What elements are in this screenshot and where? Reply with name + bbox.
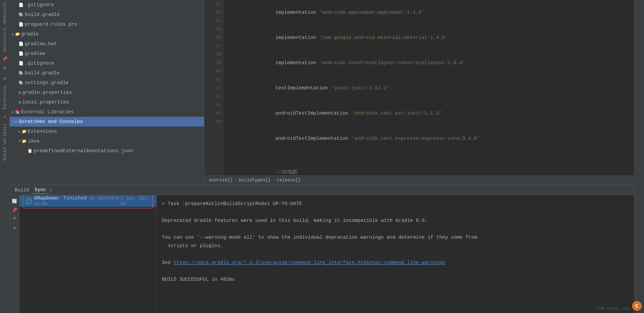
gradle-icon: 🐘 <box>18 70 24 76</box>
output-line-7 <box>162 250 629 258</box>
bottom-content: 🔄 📌 👁 ⊞ ✓ AMapDemo: finished At 2022/8/6 <box>10 195 634 313</box>
arrow-icon: ▶ <box>18 129 21 134</box>
top-section: 📄 .gitignore 🐘 build.gradle 📄 proguard-r… <box>10 0 634 185</box>
star-icon[interactable]: ★ <box>1 112 9 120</box>
arrow-icon: ▶ <box>12 32 14 36</box>
modules-icon[interactable]: ⊞ <box>1 74 9 82</box>
build-variants-label[interactable]: Build Variants <box>1 121 8 163</box>
right-strip <box>634 0 644 313</box>
tree-item-label: Scratches and Consoles <box>18 119 83 124</box>
output-line-4 <box>162 225 629 233</box>
gradle-icon: 🐘 <box>18 12 24 17</box>
code-editor[interactable]: implementation 'androidx.appcompat:appco… <box>224 0 634 176</box>
tab-sync[interactable]: Sync <box>32 186 49 194</box>
build-item-highlighted: ✓ AMapDemo: finished At 2022/8/6 10:58 1… <box>23 195 153 208</box>
build-list-item[interactable]: ✓ AMapDemo: finished At 2022/8/6 10:58 1… <box>20 195 156 207</box>
file-icon: 📄 <box>18 61 24 66</box>
tree-item-buildgradle2[interactable]: 🐘 build.gradle <box>10 68 204 78</box>
tree-item-label: Extensions <box>28 129 57 134</box>
props-icon: ⚙ <box>18 100 21 105</box>
tab-build[interactable]: Build <box>12 186 32 194</box>
tree-item-buildgradle1[interactable]: 🐘 build.gradle <box>10 10 204 20</box>
code-line-35: testImplementation 'junit:junit:4.13.2' <box>229 76 630 101</box>
left-strip: Resource Structure 📌 👁 ⊞ Favorites ★ Bui… <box>0 0 10 313</box>
tree-item-label: Java <box>28 138 40 144</box>
tree-item-label: settings.gradle <box>25 80 68 86</box>
output-line-6: scripts or plugins. <box>162 242 629 250</box>
tree-item-gitignore2[interactable]: 📄 .gitignore <box>10 58 204 68</box>
tree-item-label: build.gradle <box>25 70 60 76</box>
tab-sync-close[interactable]: ✕ <box>50 188 52 193</box>
line-numbers: 3233343536 3738394041 4243444546 <box>204 0 224 176</box>
build-sync-icon[interactable]: 🔄 <box>10 197 18 205</box>
arrow-icon: ▼ <box>18 139 21 143</box>
bottom-section: Build Sync ✕ 🔄 📌 👁 ⊞ ✓ <box>10 185 634 313</box>
arrow-icon: ▶ <box>12 110 14 114</box>
tree-item-label: gradlew <box>25 51 45 56</box>
tree-item-gitignore1[interactable]: 📄 .gitignore <box>10 0 204 10</box>
code-line-36: androidTestImplementation 'androidx.test… <box>229 101 630 126</box>
json-icon: 📋 <box>28 148 32 153</box>
build-module-icon[interactable]: ⊞ <box>10 224 18 232</box>
build-eye-icon[interactable]: 👁 <box>10 215 18 223</box>
build-output: > Task :prepareKotlinBuildScriptModel UP… <box>156 195 634 313</box>
tree-item-gradlew[interactable]: 📄 gradlew <box>10 49 204 58</box>
tree-item-label: predefinedExternalAnnotations.json <box>34 148 133 154</box>
build-project-name: AMapDemo: finished At 2022/8/6 10:58 <box>34 196 120 206</box>
breadcrumb-release: release{} <box>277 178 301 183</box>
tree-item-java[interactable]: ▼ 📁 Java <box>10 136 204 146</box>
tree-item-localprops[interactable]: ⚙ local.properties <box>10 97 204 107</box>
file-icon: 📄 <box>18 2 24 7</box>
scratches-icon: ✂ <box>15 119 18 124</box>
output-line-10: BUILD SUCCESSFUL in 402ms <box>162 276 629 284</box>
breadcrumb-buildtypes: buildTypes{} <box>239 178 271 183</box>
tree-item-gradlewbat[interactable]: 📄 gradlew.bat <box>10 39 204 49</box>
tree-item-label: .gitignore <box>25 2 54 8</box>
code-line-33: implementation 'com.google.android.mater… <box>229 25 630 50</box>
main-content: 📄 .gitignore 🐘 build.gradle 📄 proguard-r… <box>10 0 634 313</box>
breadcrumb-sep1: › <box>234 178 237 183</box>
breadcrumb: android{} › buildTypes{} › release{} <box>204 176 634 185</box>
editor-panel: 3233343536 3738394041 4243444546 impleme… <box>204 0 634 185</box>
build-icons-strip: 🔄 📌 👁 ⊞ <box>10 195 20 313</box>
code-line-39: //3D地图 <box>229 160 630 176</box>
tree-item-label: proguard-rules.pro <box>25 22 78 27</box>
tree-item-label: gradlew.bat <box>25 41 57 47</box>
pin-icon[interactable]: 📌 <box>1 55 9 63</box>
favorites-label[interactable]: Favorites <box>1 83 8 112</box>
tree-item-proguard[interactable]: 📄 proguard-rules.pro <box>10 20 204 29</box>
tree-item-gradle[interactable]: ▶ 📁 gradle <box>10 29 204 39</box>
branding-text: CSDN ©Ding_Jiao <box>595 306 631 311</box>
build-list: ✓ AMapDemo: finished At 2022/8/6 10:58 1… <box>20 195 156 313</box>
code-line-38 <box>229 151 630 160</box>
tree-item-external-libs[interactable]: ▶ 📚 External Libraries <box>10 107 204 117</box>
resource-label[interactable]: Resource <box>1 0 8 26</box>
tree-item-extensions[interactable]: ▶ 📁 Extensions <box>10 126 204 136</box>
eye-icon[interactable]: 👁 <box>1 64 9 72</box>
tree-item-label: gradle.properties <box>22 90 72 95</box>
code-line-37: androidTestImplementation 'androidx.test… <box>229 126 630 151</box>
tree-item-label: local.properties <box>22 100 69 105</box>
props-icon: ⚙ <box>18 90 21 95</box>
tree-item-label: External Libraries <box>21 109 74 115</box>
tree-item-gradleprops[interactable]: ⚙ gradle.properties <box>10 88 204 97</box>
output-line-3: Deprecated Gradle features were used in … <box>162 216 629 225</box>
editor-content: 3233343536 3738394041 4243444546 impleme… <box>204 0 634 176</box>
tree-item-annotations[interactable]: 📋 predefinedExternalAnnotations.json <box>10 146 204 156</box>
build-pin-icon[interactable]: 📌 <box>10 206 18 214</box>
build-success-icon: ✓ <box>26 198 32 204</box>
tree-item-settingsgradle[interactable]: 🐘 settings.gradle <box>10 78 204 88</box>
breadcrumb-android: android{} <box>209 178 233 183</box>
file-tree: 📄 .gitignore 🐘 build.gradle 📄 proguard-r… <box>10 0 204 185</box>
tree-item-label: .gitignore <box>25 60 54 66</box>
gradle-docs-link[interactable]: https://docs.gradle.org/7.3.3/userguide/… <box>174 260 445 266</box>
output-line-9 <box>162 267 629 276</box>
tree-item-scratches[interactable]: ▼ ✂ Scratches and Consoles <box>10 117 204 126</box>
output-line-2 <box>162 208 629 216</box>
folder-icon: 📁 <box>15 32 20 36</box>
output-line-5: You can use '--warning-mode all' to show… <box>162 233 629 242</box>
structure-label[interactable]: Structure <box>1 26 8 54</box>
bottom-tabs: Build Sync ✕ <box>10 185 634 195</box>
output-line-8: See https://docs.gradle.org/7.3.3/usergu… <box>162 258 629 267</box>
checkmark-icon: ✓ <box>28 199 30 204</box>
